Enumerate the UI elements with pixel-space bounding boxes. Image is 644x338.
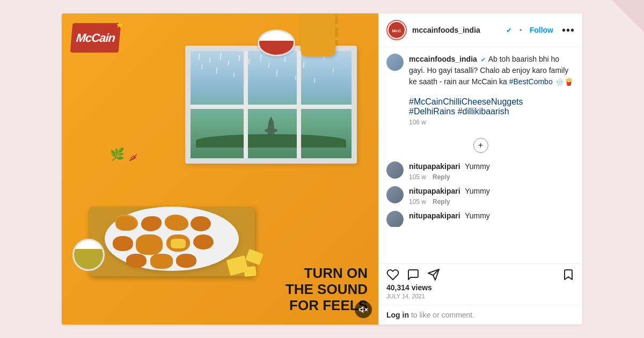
image-line2: THE SOUND — [286, 282, 368, 298]
comment-item-2: nitupapakipari Yummy 105 w Reply — [386, 186, 575, 205]
header-username[interactable]: mccainfoods_india — [412, 26, 499, 34]
comment-avatar-3[interactable] — [386, 211, 404, 227]
herb-decoration: 🌿 — [110, 148, 125, 161]
food-area: 🌿 🌶 — [67, 137, 373, 276]
expand-comments-button[interactable]: + — [473, 138, 488, 153]
caption-hashtag1[interactable]: #BestCombo — [509, 77, 553, 86]
follow-button[interactable]: Follow — [530, 26, 553, 34]
like-button[interactable] — [386, 268, 399, 281]
login-link[interactable]: Log in — [386, 311, 409, 319]
header-avatar: McC — [389, 22, 405, 38]
image-line1: TURN ON — [286, 266, 368, 282]
post-header: McC mccainfoods_india ✔ • Follow ••• — [379, 13, 582, 47]
reply-button-1[interactable]: Reply — [433, 173, 450, 181]
comment-time-2: 105 w — [409, 198, 426, 205]
verified-badge: ✔ — [506, 26, 512, 34]
svg-marker-0 — [360, 307, 363, 312]
comment-text-3: Yummy — [465, 211, 490, 220]
mug-handle — [334, 24, 345, 40]
actions-bar: 40,314 views JULY 14, 2021 — [379, 263, 582, 305]
caption-username[interactable]: mccainfoods_india — [409, 55, 477, 63]
comment-body-1: nitupapakipari Yummy 105 w Reply — [409, 161, 575, 181]
comment-text-2: Yummy — [465, 187, 490, 195]
dot-separator: • — [519, 26, 522, 34]
comments-area: mccainfoods_india ✔ Ab toh baarish bhi h… — [379, 47, 582, 263]
comment-avatar-2[interactable] — [386, 186, 404, 203]
caption-hashtag4[interactable]: #dillikibaarish — [458, 107, 509, 116]
login-bar: Log in to like or comment. — [379, 305, 582, 325]
comment-meta-1: 105 w Reply — [409, 173, 575, 181]
comment-button[interactable] — [407, 268, 420, 281]
post-image: ★ McCain — [62, 13, 378, 325]
login-suffix: to like or comment. — [411, 311, 474, 319]
caption-hashtag3[interactable]: #DelhiRains — [409, 107, 455, 116]
comment-username-3[interactable]: nitupapakipari — [409, 211, 460, 220]
post-date: JULY 14, 2021 — [386, 293, 575, 299]
mug — [301, 13, 335, 56]
caption-emoji: 🌧️🍟 — [555, 77, 573, 86]
comment-item-3: nitupapakipari Yummy — [386, 211, 575, 227]
logo-text: McCain — [76, 31, 116, 45]
comment-body-2: nitupapakipari Yummy 105 w Reply — [409, 186, 575, 205]
sauce-bowl — [258, 30, 295, 56]
comment-username-1[interactable]: nitupapakipari — [409, 162, 460, 171]
caption-time: 106 w — [409, 119, 575, 126]
share-button[interactable] — [427, 268, 440, 281]
expand-button-wrapper: + — [386, 135, 575, 156]
mccain-logo: ★ McCain — [70, 23, 121, 53]
comment-body-3: nitupapakipari Yummy — [409, 211, 575, 221]
dip-bowl — [72, 239, 105, 271]
header-avatar-wrapper[interactable]: McC — [386, 20, 407, 40]
comment-text-1: Yummy — [465, 162, 490, 171]
caption-body: mccainfoods_india ✔ Ab toh baarish bhi h… — [409, 54, 575, 126]
more-options-button[interactable]: ••• — [562, 24, 575, 36]
comment-username-2[interactable]: nitupapakipari — [409, 187, 460, 195]
post-card: ★ McCain — [62, 13, 582, 325]
caption-avatar[interactable] — [386, 54, 404, 71]
caption-verified: ✔ — [481, 56, 486, 63]
logo-star: ★ — [115, 20, 123, 30]
cheese-piece-3 — [244, 266, 256, 277]
svg-text:McC: McC — [392, 28, 401, 33]
bookmark-button[interactable] — [562, 268, 575, 281]
views-count: 40,314 views — [386, 283, 575, 292]
main-caption: mccainfoods_india ✔ Ab toh baarish bhi h… — [386, 54, 575, 129]
caption-hashtag2[interactable]: #McCainChilliCheeseNuggets — [409, 97, 523, 106]
sound-off-badge[interactable] — [355, 301, 372, 318]
right-panel: McC mccainfoods_india ✔ • Follow ••• — [378, 13, 582, 325]
reply-button-2[interactable]: Reply — [433, 198, 450, 205]
action-icons — [386, 268, 575, 281]
comment-meta-2: 105 w Reply — [409, 198, 575, 205]
comment-item: nitupapakipari Yummy 105 w Reply — [386, 161, 575, 181]
comment-avatar-1[interactable] — [386, 161, 404, 179]
chili-decoration: 🌶 — [129, 153, 137, 163]
comment-time-1: 105 w — [409, 173, 426, 181]
